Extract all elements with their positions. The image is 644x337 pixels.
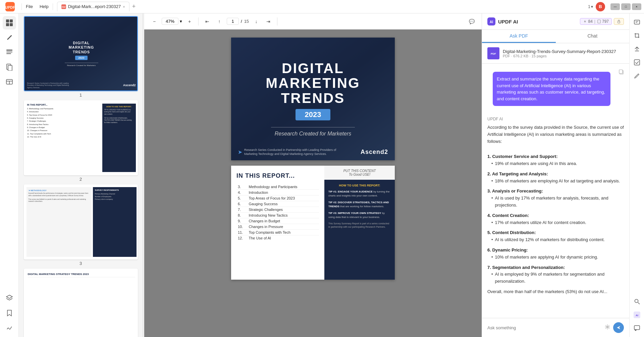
right-icon-share[interactable] [631,43,643,55]
ai-send-button[interactable] [613,322,624,333]
right-icon-edit[interactable] [631,70,643,82]
thumb1-ascend2: Ascend2 [123,83,136,87]
tab-chat[interactable]: Chat [556,30,630,43]
page2-tip3: TIP #3: IMPROVE YOUR OWN STRATEGY by usi… [328,211,391,219]
thumb-card-1[interactable]: DIGITALMARKETINGTRENDS 2023 Research Cre… [24,16,138,91]
right-icon-search[interactable] [631,295,643,307]
settings-icon [604,324,610,330]
tab-close-btn[interactable]: × [123,5,125,9]
thumbnail-1[interactable]: DIGITALMARKETINGTRENDS 2023 Research Cre… [21,16,140,98]
ai-settings-button[interactable] [604,324,610,331]
file-menu[interactable]: File [26,4,33,9]
page-first-button[interactable]: ⇤ [203,17,212,26]
ai-section-3: 3. Analysis or Forecasting: • AI is used… [487,188,624,209]
sidebar-icon-forms[interactable] [3,75,16,89]
svg-rect-9 [6,52,12,52]
copy-btn-area[interactable] [619,68,624,77]
svg-rect-4 [6,19,9,22]
lightning-icon [583,19,587,23]
right-icon-crop[interactable] [631,30,643,42]
thumb1-year: 2023 [75,56,88,60]
sidebar-icon-bookmarks[interactable] [3,306,16,320]
sidebar-icon-thumbnails[interactable] [3,16,16,30]
tab-ask-pdf[interactable]: Ask PDF [482,30,556,43]
right-icon-ai-bottom[interactable]: AI [631,309,643,321]
ai-section-1-title: 1. Customer Service and Support: [487,153,624,160]
ai-bullet-4: • 17% of marketers utilize AI for conten… [491,219,624,226]
new-tab-btn[interactable]: + [131,3,137,10]
ai-bottom-icon: AI [634,312,640,318]
titlebar-separator [21,3,22,10]
copy-icon[interactable] [619,69,624,74]
right-panel-icons: AI [629,13,644,337]
version-badge: 1 ▾ [588,4,593,9]
sidebar-icon-text[interactable] [3,46,16,59]
comment-button[interactable]: 💬 [467,17,476,26]
right-icon-comment-bottom[interactable] [631,322,643,334]
ai-section-6-content: • 10% of marketers are applying AI for d… [487,254,624,261]
sidebar-icon-pages[interactable] [3,60,16,74]
page-next-button[interactable]: ↓ [252,17,261,26]
pdf-file-icon: PDF [490,50,497,57]
ai-panel-title: AI UPDF AI [487,17,518,25]
ai-bullet-2: • 18% of marketers are employing AI for … [491,178,624,185]
page-input[interactable] [227,18,239,25]
sidebar-icon-signatures[interactable] [3,321,16,334]
titlebar-right: 1 ▾ B — □ × [588,2,641,11]
ai-input-field[interactable] [487,325,602,330]
thumb-img-3: ➤ METHODOLOGY Ascend2 benchmarks the per… [24,185,138,259]
page2-how-to: HOW TO USE THIS REPORT: TIP #1: ENGAGE Y… [324,180,395,280]
ai-badge-lock[interactable] [614,18,624,25]
user-message: Extract and summarize the survey data re… [493,72,610,106]
thumb3-left: ➤ METHODOLOGY Ascend2 benchmarks the per… [26,187,92,257]
zoom-in-button[interactable]: + [185,17,194,26]
thumb-card-3[interactable]: ➤ METHODOLOGY Ascend2 benchmarks the per… [24,184,138,260]
maximize-button[interactable]: □ [621,3,631,10]
ai-section-7-content: • AI is employed by 9% of marketers for … [487,271,624,285]
ai-section-6-title: 6. Dynamic Pricing: [487,247,624,254]
svg-text:PDF: PDF [62,6,66,8]
active-tab[interactable]: PDF Digital-Mark...eport-230327 × [57,2,129,11]
thumbnail-2[interactable]: IN THIS REPORT... 3. Methodology and Par… [21,100,140,182]
svg-rect-12 [8,65,12,71]
page-last-button[interactable]: ⇥ [264,17,273,26]
tab-label: Digital-Mark...eport-230327 [68,4,121,9]
zoom-out-button[interactable]: − [150,17,159,26]
bullet-dot: • [491,254,493,261]
svg-rect-19 [598,20,600,23]
right-icon-ocr[interactable] [631,16,643,28]
thumbnail-3[interactable]: ➤ METHODOLOGY Ascend2 benchmarks the per… [21,184,140,266]
page-prev-button[interactable]: ↑ [215,17,224,26]
thumbnail-4[interactable]: DIGITAL MARKETING STRATEGY TRENDS 2023 4 [21,269,140,337]
close-button[interactable]: × [632,3,641,10]
page1-ascend2: Ascend2 [361,149,388,156]
toc-row: 4.Introduction [236,190,319,195]
bullet-dot: • [491,271,493,278]
titlebar: UPDF File Help PDF Digital-Mark...eport-… [0,0,644,13]
updf-logo: UPDF [3,2,17,11]
ai-section-2-title: 2. Ad Targeting and Analysis: [487,171,624,178]
user-avatar[interactable]: B [596,2,605,11]
right-icon-check[interactable] [631,56,643,68]
page2-toc: 3.Methodology and Participants 4.Introdu… [236,184,319,241]
ai-bullet-1: • 19% of marketers are using AI in this … [491,160,624,167]
zoom-value[interactable]: 47% [162,18,178,25]
page1-title: DIGITAL MARKETING TRENDS [266,61,360,105]
thumb-card-2[interactable]: IN THIS REPORT... 3. Methodology and Par… [24,100,138,175]
thumb2-left: IN THIS REPORT... 3. Methodology and Par… [27,104,100,172]
thumb-card-4[interactable]: DIGITAL MARKETING STRATEGY TRENDS 2023 [24,269,138,337]
zoom-dropdown[interactable]: ▾ [180,19,182,24]
ai-section-5-content: • AI is utilized by 12% of marketers for… [487,236,624,243]
svg-rect-5 [10,19,13,22]
help-menu[interactable]: Help [40,4,49,9]
ai-section-1: 1. Customer Service and Support: • 19% o… [487,153,624,167]
thumb-num-3: 3 [79,261,82,266]
sidebar-icon-annotate[interactable] [3,31,16,44]
ai-doc-meta: PDF · 676.2 KB · 15 pages [503,54,616,58]
thumb-img-4: DIGITAL MARKETING STRATEGY TRENDS 2023 [24,269,138,337]
sidebar-icons [0,13,19,337]
svg-rect-24 [619,70,623,73]
thumb2-right: HOW TO USE THIS REPORT: TIP #1: ENGAGE Y… [102,104,136,172]
minimize-button[interactable]: — [610,3,620,10]
sidebar-icon-layers[interactable] [3,291,16,305]
